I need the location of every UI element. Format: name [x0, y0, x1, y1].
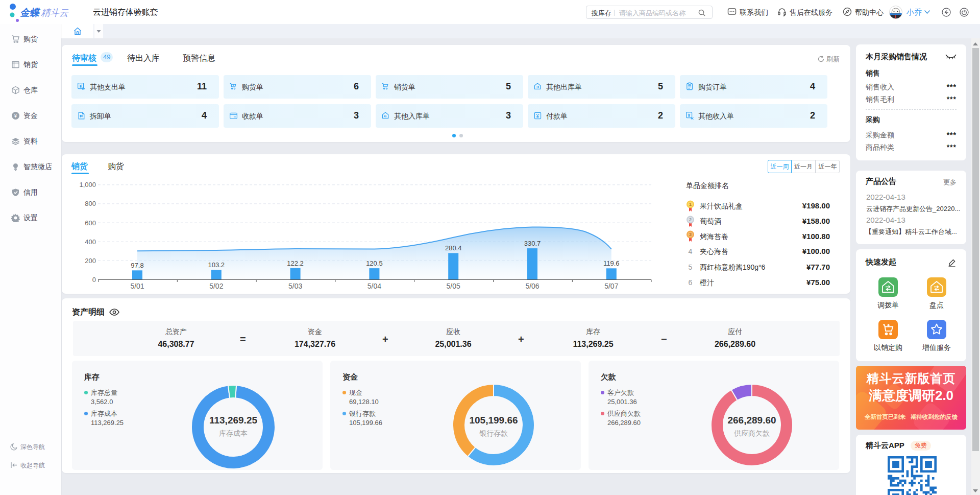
svg-text:400: 400	[85, 238, 96, 246]
svg-text:1,000: 1,000	[79, 181, 96, 188]
svg-text:119.6: 119.6	[603, 260, 620, 267]
svg-text:5/02: 5/02	[209, 282, 223, 290]
svg-text:2: 2	[689, 217, 692, 222]
svg-text:800: 800	[85, 200, 96, 207]
svg-text:5/07: 5/07	[604, 282, 618, 290]
svg-text:280.4: 280.4	[445, 244, 462, 252]
svg-text:5/06: 5/06	[525, 282, 539, 290]
svg-text:5/04: 5/04	[368, 282, 381, 290]
svg-text:200: 200	[85, 257, 96, 265]
svg-text:103.2: 103.2	[208, 261, 225, 269]
svg-text:330.7: 330.7	[524, 240, 541, 247]
svg-text:120.5: 120.5	[366, 260, 383, 267]
svg-text:600: 600	[85, 219, 96, 227]
svg-text:5/05: 5/05	[447, 282, 460, 290]
svg-text:3: 3	[689, 232, 692, 237]
svg-text:5/03: 5/03	[288, 282, 302, 290]
svg-text:97.8: 97.8	[131, 262, 143, 269]
svg-text:5/01: 5/01	[130, 282, 144, 290]
svg-text:122.2: 122.2	[287, 260, 304, 267]
svg-text:0: 0	[92, 276, 96, 284]
svg-text:1: 1	[689, 202, 692, 207]
svg-text:¥: ¥	[14, 113, 17, 119]
